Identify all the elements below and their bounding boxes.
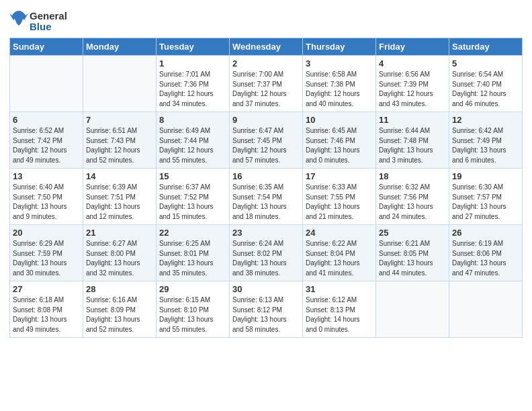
day-info: Sunrise: 6:39 AMSunset: 7:51 PMDaylight:… — [86, 183, 153, 222]
weekday-header-friday: Friday — [376, 38, 449, 56]
day-number: 18 — [379, 171, 446, 181]
day-number: 1 — [159, 58, 226, 68]
calendar-cell: 5Sunrise: 6:54 AMSunset: 7:40 PMDaylight… — [449, 56, 523, 112]
day-number: 23 — [232, 228, 300, 238]
calendar-cell: 18Sunrise: 6:32 AMSunset: 7:56 PMDayligh… — [376, 169, 449, 225]
calendar-cell: 16Sunrise: 6:35 AMSunset: 7:54 PMDayligh… — [230, 169, 303, 225]
day-info: Sunrise: 6:19 AMSunset: 8:06 PMDaylight:… — [452, 239, 519, 278]
calendar-cell: 1Sunrise: 7:01 AMSunset: 7:36 PMDaylight… — [157, 56, 230, 112]
calendar-cell — [83, 56, 157, 112]
calendar-cell: 11Sunrise: 6:44 AMSunset: 7:48 PMDayligh… — [376, 112, 449, 169]
day-info: Sunrise: 6:51 AMSunset: 7:43 PMDaylight:… — [86, 126, 153, 165]
calendar-cell: 19Sunrise: 6:30 AMSunset: 7:57 PMDayligh… — [449, 169, 523, 225]
day-info: Sunrise: 6:21 AMSunset: 8:05 PMDaylight:… — [379, 239, 446, 278]
day-number: 28 — [86, 284, 153, 294]
day-info: Sunrise: 6:40 AMSunset: 7:50 PMDaylight:… — [13, 183, 80, 222]
calendar-week-row: 6Sunrise: 6:52 AMSunset: 7:42 PMDaylight… — [10, 112, 523, 169]
day-info: Sunrise: 6:45 AMSunset: 7:46 PMDaylight:… — [306, 126, 373, 165]
day-number: 8 — [159, 115, 226, 125]
calendar-cell: 25Sunrise: 6:21 AMSunset: 8:05 PMDayligh… — [376, 225, 449, 281]
weekday-header-sunday: Sunday — [10, 38, 83, 56]
weekday-header-thursday: Thursday — [303, 38, 376, 56]
calendar-cell: 8Sunrise: 6:49 AMSunset: 7:44 PMDaylight… — [157, 112, 230, 169]
day-number: 22 — [159, 228, 226, 238]
day-number: 13 — [13, 171, 80, 181]
day-number: 25 — [379, 228, 446, 238]
day-number: 20 — [13, 228, 80, 238]
day-info: Sunrise: 6:15 AMSunset: 8:10 PMDaylight:… — [159, 295, 226, 334]
day-number: 11 — [379, 115, 446, 125]
calendar-week-row: 20Sunrise: 6:29 AMSunset: 7:59 PMDayligh… — [10, 225, 523, 281]
calendar-cell: 3Sunrise: 6:58 AMSunset: 7:38 PMDaylight… — [303, 56, 376, 112]
day-number: 31 — [306, 284, 373, 294]
logo-bird-icon — [9, 9, 28, 34]
day-number: 6 — [13, 115, 80, 125]
calendar-cell: 13Sunrise: 6:40 AMSunset: 7:50 PMDayligh… — [10, 169, 83, 225]
day-info: Sunrise: 6:27 AMSunset: 8:00 PMDaylight:… — [86, 239, 153, 278]
day-info: Sunrise: 6:44 AMSunset: 7:48 PMDaylight:… — [379, 126, 446, 165]
day-number: 5 — [452, 58, 519, 68]
day-info: Sunrise: 6:47 AMSunset: 7:45 PMDaylight:… — [232, 126, 300, 165]
day-number: 14 — [86, 171, 153, 181]
logo-blue-text: Blue — [30, 21, 67, 33]
calendar-cell: 31Sunrise: 6:12 AMSunset: 8:13 PMDayligh… — [303, 281, 376, 338]
day-number: 27 — [13, 284, 80, 294]
day-info: Sunrise: 6:42 AMSunset: 7:49 PMDaylight:… — [452, 126, 519, 165]
day-number: 17 — [306, 171, 373, 181]
day-number: 16 — [232, 171, 300, 181]
day-info: Sunrise: 6:12 AMSunset: 8:13 PMDaylight:… — [306, 295, 373, 334]
calendar-cell: 2Sunrise: 7:00 AMSunset: 7:37 PMDaylight… — [230, 56, 303, 112]
logo-general-text: General — [30, 11, 67, 22]
day-info: Sunrise: 6:56 AMSunset: 7:39 PMDaylight:… — [379, 70, 446, 109]
page: General Blue SundayMondayTuesdayWednesda… — [0, 0, 532, 411]
day-number: 2 — [232, 58, 300, 68]
calendar-cell: 15Sunrise: 6:37 AMSunset: 7:52 PMDayligh… — [157, 169, 230, 225]
day-info: Sunrise: 6:35 AMSunset: 7:54 PMDaylight:… — [232, 183, 300, 222]
weekday-header-row: SundayMondayTuesdayWednesdayThursdayFrid… — [10, 38, 523, 56]
day-info: Sunrise: 6:54 AMSunset: 7:40 PMDaylight:… — [452, 70, 519, 109]
day-info: Sunrise: 6:52 AMSunset: 7:42 PMDaylight:… — [13, 126, 80, 165]
calendar-cell: 24Sunrise: 6:22 AMSunset: 8:04 PMDayligh… — [303, 225, 376, 281]
calendar-cell: 6Sunrise: 6:52 AMSunset: 7:42 PMDaylight… — [10, 112, 83, 169]
calendar-week-row: 1Sunrise: 7:01 AMSunset: 7:36 PMDaylight… — [10, 56, 523, 112]
day-number: 9 — [232, 115, 300, 125]
calendar-cell: 4Sunrise: 6:56 AMSunset: 7:39 PMDaylight… — [376, 56, 449, 112]
calendar-cell: 29Sunrise: 6:15 AMSunset: 8:10 PMDayligh… — [157, 281, 230, 338]
calendar-table: SundayMondayTuesdayWednesdayThursdayFrid… — [9, 38, 523, 338]
calendar-cell: 26Sunrise: 6:19 AMSunset: 8:06 PMDayligh… — [449, 225, 523, 281]
calendar-cell: 12Sunrise: 6:42 AMSunset: 7:49 PMDayligh… — [449, 112, 523, 169]
calendar-cell: 7Sunrise: 6:51 AMSunset: 7:43 PMDaylight… — [83, 112, 157, 169]
weekday-header-monday: Monday — [83, 38, 157, 56]
day-info: Sunrise: 6:30 AMSunset: 7:57 PMDaylight:… — [452, 183, 519, 222]
day-number: 26 — [452, 228, 519, 238]
weekday-header-wednesday: Wednesday — [230, 38, 303, 56]
day-info: Sunrise: 7:00 AMSunset: 7:37 PMDaylight:… — [232, 70, 300, 109]
calendar-cell: 21Sunrise: 6:27 AMSunset: 8:00 PMDayligh… — [83, 225, 157, 281]
day-info: Sunrise: 6:37 AMSunset: 7:52 PMDaylight:… — [159, 183, 226, 222]
day-info: Sunrise: 6:58 AMSunset: 7:38 PMDaylight:… — [306, 70, 373, 109]
day-number: 12 — [452, 115, 519, 125]
calendar-cell: 9Sunrise: 6:47 AMSunset: 7:45 PMDaylight… — [230, 112, 303, 169]
calendar-cell: 10Sunrise: 6:45 AMSunset: 7:46 PMDayligh… — [303, 112, 376, 169]
calendar-cell: 20Sunrise: 6:29 AMSunset: 7:59 PMDayligh… — [10, 225, 83, 281]
header: General Blue — [9, 7, 523, 34]
day-number: 7 — [86, 115, 153, 125]
calendar-cell — [449, 281, 523, 338]
calendar-cell: 22Sunrise: 6:25 AMSunset: 8:01 PMDayligh… — [157, 225, 230, 281]
calendar-cell: 27Sunrise: 6:18 AMSunset: 8:08 PMDayligh… — [10, 281, 83, 338]
calendar-week-row: 13Sunrise: 6:40 AMSunset: 7:50 PMDayligh… — [10, 169, 523, 225]
weekday-header-tuesday: Tuesday — [157, 38, 230, 56]
day-info: Sunrise: 6:25 AMSunset: 8:01 PMDaylight:… — [159, 239, 226, 278]
weekday-header-saturday: Saturday — [449, 38, 523, 56]
day-info: Sunrise: 6:32 AMSunset: 7:56 PMDaylight:… — [379, 183, 446, 222]
day-number: 29 — [159, 284, 226, 294]
day-info: Sunrise: 6:33 AMSunset: 7:55 PMDaylight:… — [306, 183, 373, 222]
logo: General Blue — [9, 7, 67, 34]
day-info: Sunrise: 6:29 AMSunset: 7:59 PMDaylight:… — [13, 239, 80, 278]
day-number: 19 — [452, 171, 519, 181]
day-number: 4 — [379, 58, 446, 68]
day-number: 21 — [86, 228, 153, 238]
calendar-cell: 14Sunrise: 6:39 AMSunset: 7:51 PMDayligh… — [83, 169, 157, 225]
calendar-cell: 23Sunrise: 6:24 AMSunset: 8:02 PMDayligh… — [230, 225, 303, 281]
calendar-cell: 30Sunrise: 6:13 AMSunset: 8:12 PMDayligh… — [230, 281, 303, 338]
